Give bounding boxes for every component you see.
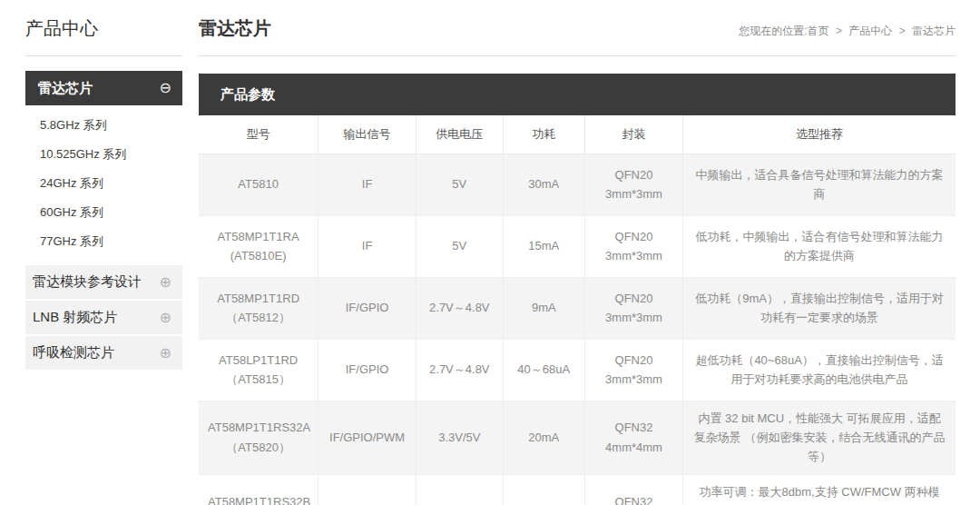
cell-model: AT58MP1T1RA (AT5810E) bbox=[199, 215, 318, 277]
cell-power: 30mA bbox=[503, 153, 584, 215]
sidebar-sub-item-label: 5.8GHz 系列 bbox=[40, 118, 107, 132]
cell-voltage: 5V bbox=[416, 153, 503, 215]
product-params-panel: 产品参数 型号 输出信号 供电电压 功耗 封装 选型推荐 bbox=[199, 74, 956, 505]
cell-voltage: 3.3V/5V bbox=[416, 401, 503, 474]
cell-package: QFN20 3mm*3mm bbox=[584, 339, 682, 401]
cell-power: 40～68uA bbox=[503, 339, 584, 401]
sidebar-collapsed-section[interactable]: 雷达模块参考设计 ⊕ bbox=[25, 263, 182, 299]
expand-icon[interactable]: ⊕ bbox=[160, 311, 172, 325]
expand-icon[interactable]: ⊕ bbox=[160, 275, 172, 290]
sidebar-sub-item-label: 10.525GHz 系列 bbox=[40, 147, 126, 161]
cell-model: AT58MP1T1RS32B （AT5850） bbox=[199, 474, 318, 505]
cell-voltage: 2.7V～4.8V bbox=[416, 277, 503, 339]
table-row: AT58MP1T1RD （AT5812） IF/GPIO 2.7V～4.8V 9… bbox=[199, 277, 956, 339]
cell-model: AT5810 bbox=[199, 153, 318, 215]
cell-signal: IF/GPIO bbox=[318, 339, 416, 401]
column-header-voltage: 供电电压 bbox=[416, 115, 503, 153]
cell-voltage: 5V bbox=[416, 215, 503, 277]
table-body: AT5810 IF 5V 30mA QFN20 3mm*3mm 中频输出，适合具… bbox=[199, 153, 956, 505]
cell-signal: IF/GPIO bbox=[318, 277, 416, 339]
column-header-signal: 输出信号 bbox=[318, 115, 416, 153]
sidebar-collapsed-list: 雷达模块参考设计 ⊕ LNB 射频芯片 ⊕ 呼吸检测芯片 ⊕ bbox=[25, 263, 182, 370]
cell-recommendation: 中频输出，适合具备信号处理和算法能力的方案商 bbox=[683, 153, 956, 215]
cell-model: AT58MP1T1RS32A （AT5820） bbox=[199, 401, 318, 474]
table-row: AT58MP1T1RA (AT5810E) IF 5V 15mA QFN20 3… bbox=[199, 215, 956, 277]
cell-recommendation: 低功耗（9mA），直接输出控制信号，适用于对功耗有一定要求的场景 bbox=[683, 277, 956, 339]
page: 产品中心 雷达芯片 ⊖ 5.8GHz 系列 10.525GHz 系列 24GHz… bbox=[0, 0, 980, 505]
table-row: AT5810 IF 5V 30mA QFN20 3mm*3mm 中频输出，适合具… bbox=[199, 153, 956, 215]
breadcrumb-link-product-center[interactable]: 产品中心 bbox=[848, 25, 892, 37]
table-row: AT58LP1T1RD （AT5815） IF/GPIO 2.7V～4.8V 4… bbox=[199, 339, 956, 401]
sidebar-collapsed-section[interactable]: LNB 射频芯片 ⊕ bbox=[25, 299, 182, 334]
table-row: AT58MP1T1RS32A （AT5820） IF/GPIO/PWM 3.3V… bbox=[199, 401, 956, 474]
breadcrumb: 您现在的位置:首页 > 产品中心 > 雷达芯片 bbox=[739, 24, 956, 41]
collapse-icon[interactable]: ⊖ bbox=[160, 81, 172, 95]
cell-package: QFN20 3mm*3mm bbox=[584, 153, 682, 215]
table-header-row: 型号 输出信号 供电电压 功耗 封装 选型推荐 bbox=[199, 115, 956, 153]
breadcrumb-current[interactable]: 雷达芯片 bbox=[912, 25, 956, 37]
main-content: 雷达芯片 您现在的位置:首页 > 产品中心 > 雷达芯片 产品参数 型号 bbox=[199, 0, 956, 505]
cell-recommendation: 低功耗，中频输出，适合有信号处理和算法能力的方案提供商 bbox=[683, 215, 956, 277]
sidebar: 产品中心 雷达芯片 ⊖ 5.8GHz 系列 10.525GHz 系列 24GHz… bbox=[25, 0, 182, 370]
cell-signal: IF bbox=[318, 215, 416, 277]
sidebar-sub-item[interactable]: 5.8GHz 系列 bbox=[25, 111, 182, 140]
cell-recommendation: 内置 32 bit MCU，性能强大 可拓展应用，适配复杂场景 （例如密集安装，… bbox=[683, 401, 956, 474]
breadcrumb-link-home[interactable]: 首页 bbox=[808, 25, 829, 37]
cell-recommendation: 超低功耗（40~68uA），直接输出控制信号，适用于对功耗要求高的电池供电产品 bbox=[683, 339, 956, 401]
table-row: AT58MP1T1RS32B （AT5850） IF/GPIO/PWM 3.3V… bbox=[199, 474, 956, 505]
sidebar-collapsed-label: 雷达模块参考设计 bbox=[33, 273, 142, 291]
main-header: 雷达芯片 您现在的位置:首页 > 产品中心 > 雷达芯片 bbox=[199, 0, 956, 55]
sidebar-sub-item-label: 60GHz 系列 bbox=[40, 205, 103, 219]
sidebar-sub-item-label: 77GHz 系列 bbox=[40, 234, 103, 248]
cell-signal: IF/GPIO/PWM bbox=[318, 474, 416, 505]
cell-package: QFN20 3mm*3mm bbox=[584, 277, 682, 339]
cell-recommendation: 功率可调：最大8dbm,支持 CW/FMCW 两种模式，可实现测距、运动/存在检… bbox=[683, 474, 956, 505]
sidebar-section-radar-chips[interactable]: 雷达芯片 ⊖ bbox=[25, 71, 182, 105]
cell-package: QFN32 4mm*4mm bbox=[584, 474, 682, 505]
product-params-table: 型号 输出信号 供电电压 功耗 封装 选型推荐 AT5810 IF 5V bbox=[199, 115, 956, 505]
column-header-package: 封装 bbox=[584, 115, 682, 153]
breadcrumb-separator: > bbox=[899, 25, 906, 37]
breadcrumb-separator: > bbox=[836, 25, 842, 37]
column-header-model: 型号 bbox=[199, 115, 318, 153]
cell-power: 21.5mA bbox=[503, 474, 584, 505]
sidebar-sub-item[interactable]: 24GHz 系列 bbox=[25, 169, 182, 198]
cell-power: 9mA bbox=[503, 277, 584, 339]
cell-package: QFN32 4mm*4mm bbox=[584, 401, 682, 474]
cell-model: AT58LP1T1RD （AT5815） bbox=[199, 339, 318, 401]
sidebar-sub-item-label: 24GHz 系列 bbox=[40, 176, 103, 190]
cell-signal: IF bbox=[318, 153, 416, 215]
cell-power: 20mA bbox=[503, 401, 584, 474]
sidebar-sub-item[interactable]: 60GHz 系列 bbox=[25, 198, 182, 227]
cell-signal: IF/GPIO/PWM bbox=[318, 401, 416, 474]
cell-model: AT58MP1T1RD （AT5812） bbox=[199, 277, 318, 339]
column-header-power: 功耗 bbox=[503, 115, 584, 153]
sidebar-sub-list: 5.8GHz 系列 10.525GHz 系列 24GHz 系列 60GHz 系列… bbox=[25, 105, 182, 263]
sidebar-sub-item[interactable]: 10.525GHz 系列 bbox=[25, 140, 182, 169]
sidebar-section-label: 雷达芯片 bbox=[38, 80, 93, 97]
sidebar-title: 产品中心 bbox=[25, 0, 182, 55]
breadcrumb-prefix: 您现在的位置: bbox=[739, 25, 807, 37]
sidebar-divider bbox=[25, 55, 182, 56]
sidebar-collapsed-label: LNB 射频芯片 bbox=[33, 309, 117, 326]
cell-power: 15mA bbox=[503, 215, 584, 277]
column-header-recommendation: 选型推荐 bbox=[683, 115, 956, 153]
page-title: 雷达芯片 bbox=[199, 16, 271, 41]
sidebar-collapsed-label: 呼吸检测芯片 bbox=[33, 344, 114, 361]
expand-icon[interactable]: ⊕ bbox=[160, 346, 172, 361]
sidebar-sub-item[interactable]: 77GHz 系列 bbox=[25, 227, 182, 256]
cell-package: QFN20 3mm*3mm bbox=[584, 215, 682, 277]
cell-voltage: 3.3V~5V bbox=[416, 474, 503, 505]
main-divider bbox=[199, 55, 956, 56]
sidebar-collapsed-section[interactable]: 呼吸检测芯片 ⊕ bbox=[25, 334, 182, 370]
panel-title: 产品参数 bbox=[199, 74, 956, 115]
cell-voltage: 2.7V～4.8V bbox=[416, 339, 503, 401]
